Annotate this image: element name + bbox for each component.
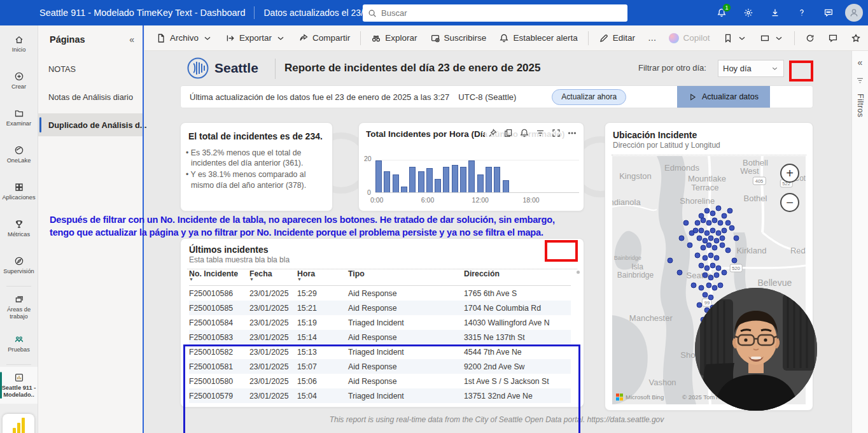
page-item-notas-de-an-lisis-diario[interactable]: Notas de Análisis diario [38,85,143,108]
bar-12:00[interactable] [477,174,484,192]
bar-10:00[interactable] [460,167,466,192]
more-icon[interactable] [567,128,577,138]
incident-dot[interactable] [727,208,733,213]
table-row[interactable]: F25001058323/01/202515:14Aid Response331… [189,330,571,344]
incident-dot[interactable] [710,262,716,268]
incident-dot[interactable] [704,208,710,213]
incident-dot[interactable] [714,238,720,243]
incident-dot[interactable] [706,282,712,288]
bar-8:00[interactable] [443,167,449,192]
refresh-now-button[interactable]: Actualizar ahora [552,89,626,105]
incident-dot[interactable] [725,248,731,253]
incident-dot[interactable] [714,255,720,260]
table-row[interactable]: F25001058523/01/202515:21Aid Response170… [189,301,571,315]
incident-dot[interactable] [679,235,685,241]
page-item-notas[interactable]: NOTAS [38,57,143,80]
collapse-pages-icon[interactable]: « [129,34,134,45]
bookmark-button[interactable] [717,29,753,48]
table-row[interactable]: F25001058123/01/202515:07Aid Response920… [189,359,571,374]
sidebar-item-supervisi-n[interactable]: Supervisión [0,247,38,284]
incident-dot[interactable] [694,253,700,259]
expand-filters-icon[interactable]: « [858,57,863,67]
incident-dot[interactable] [700,245,706,251]
copy-icon[interactable] [503,128,514,138]
bar-14:00[interactable] [494,167,500,192]
incident-dot[interactable] [712,285,718,290]
incident-dot[interactable] [706,220,712,226]
column-header-no-incidente[interactable]: No. Incidente▼ [189,269,249,281]
compartir-button[interactable]: Compartir [292,29,356,48]
incident-dot[interactable] [722,228,727,234]
bar-5:00[interactable] [418,171,424,192]
incident-dot[interactable] [702,292,708,298]
sidebar-item-examinar[interactable]: Examinar [0,99,38,136]
map-zoom-out-button[interactable]: − [780,193,799,212]
power-bi-logo[interactable] [3,414,34,433]
bar-3:00[interactable] [401,187,407,192]
copilot-button[interactable]: Copilot [662,29,716,48]
incident-dot[interactable] [689,230,694,236]
day-filter-dropdown[interactable]: Hoy día [718,60,784,77]
refresh-data-button[interactable]: Actualizar datos [677,86,770,108]
incident-dot[interactable] [708,253,714,259]
incident-dot[interactable] [700,218,706,224]
incident-dot[interactable] [704,265,710,271]
bar-7:00[interactable] [435,179,441,192]
incident-dot[interactable] [696,235,702,241]
incident-dot[interactable] [698,228,704,234]
sidebar-item-onelake[interactable]: OneLake [0,136,38,173]
incident-dot[interactable] [712,245,718,251]
incident-dot[interactable] [696,302,702,308]
incident-dot[interactable] [716,205,722,211]
incident-dot[interactable] [668,257,673,263]
sidebar-item-seattle-911-modelado-[interactable]: Seattle 911 - Modelado.. [0,367,38,404]
incident-dot[interactable] [702,255,708,260]
incident-dot[interactable] [708,295,714,301]
bar-9:00[interactable] [452,165,458,192]
view-button[interactable] [753,29,790,48]
notifications-button[interactable]: 1 [711,3,732,23]
page-item-duplicado-de-an-lisis-d-[interactable]: Duplicado de Análisis d... [38,113,143,136]
help-button[interactable] [792,3,812,23]
bar-1:00[interactable] [384,171,390,192]
suscribirse-button[interactable]: Suscribirse [424,29,493,48]
scrollbar-dot[interactable] [577,271,580,274]
incident-dot[interactable] [722,213,727,218]
bar-2:00[interactable] [393,174,399,192]
sidebar-item-crear[interactable]: Crear [0,62,38,99]
feedback-button[interactable] [818,3,839,23]
incident-dot[interactable] [712,218,718,224]
download-button[interactable] [765,3,785,23]
incident-dot[interactable] [706,243,712,248]
bar-11:00[interactable] [468,160,475,192]
table-row[interactable]: F25001058623/01/202515:29Aid Response176… [189,286,571,301]
alert-icon[interactable] [519,128,529,138]
settings-button[interactable] [738,3,759,23]
sidebar-item-inicio[interactable]: Inicio [0,25,38,62]
archivo-button[interactable]: Archivo [150,29,219,48]
bar-4:00[interactable] [409,167,416,192]
focus-icon[interactable] [551,128,561,138]
incident-dot[interactable] [698,262,704,268]
incident-dot[interactable] [687,243,692,248]
column-header-tipo[interactable]: Tipo [348,269,464,278]
incident-dot[interactable] [708,235,714,241]
incident-dot[interactable] [716,265,722,271]
avatar[interactable] [845,4,863,22]
incidents-table[interactable]: No. Incidente▼Fecha▼Hora▼TipoDirecciónF2… [189,267,571,403]
incident-dot[interactable] [698,285,704,290]
map-zoom-in-button[interactable]: + [780,164,799,183]
more-commands-button[interactable]: … [641,29,663,48]
incident-dot[interactable] [683,220,689,226]
table-row[interactable]: F25001058223/01/202515:13Triaged Inciden… [189,344,571,359]
bar-chart-plot[interactable]: 0:006:0012:0018:00 [375,160,579,193]
incident-dot[interactable] [694,220,700,226]
star-button[interactable] [844,29,867,48]
table-row[interactable]: F25001058423/01/202515:19Triaged Inciden… [189,315,571,330]
sidebar-item--reas-de-trabajo[interactable]: Áreas de trabajo [0,288,38,325]
incident-dot[interactable] [690,282,696,288]
incident-dot[interactable] [718,282,724,288]
table-row[interactable]: F25001057923/01/202515:04Triaged Inciden… [189,388,571,403]
column-header-fecha[interactable]: Fecha▼ [249,269,297,281]
column-header-direcci-n[interactable]: Dirección [464,269,571,278]
